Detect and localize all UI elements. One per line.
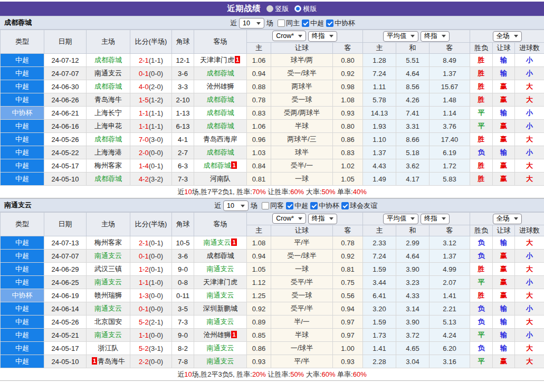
team-name-link[interactable]: 上海申花: [94, 122, 122, 130]
team-name-link[interactable]: 成都蓉城: [94, 56, 122, 64]
team-name-link[interactable]: 青岛西海岸: [203, 135, 237, 143]
layout-radio-vertical[interactable]: 竖版: [266, 4, 289, 14]
full-time-score[interactable]: 1-5: [139, 96, 149, 104]
average-select[interactable]: 平均值: [383, 31, 419, 42]
team-name-link[interactable]: 成都蓉城: [207, 148, 234, 156]
filter-checkbox[interactable]: 球会友谊: [341, 201, 377, 211]
team-name-link[interactable]: 南通支云: [94, 69, 122, 77]
final-odds-select-2[interactable]: 终指: [421, 214, 450, 224]
away-team-cell: 沧州雄狮1: [194, 329, 247, 342]
full-time-score[interactable]: 0-1: [139, 305, 149, 313]
team-name-link[interactable]: 沧州雄狮: [207, 82, 234, 90]
team-name-link[interactable]: 梅州客家: [94, 161, 122, 169]
full-time-score[interactable]: 7-0: [139, 136, 149, 144]
checkbox-icon[interactable]: [341, 202, 349, 209]
team-name-link[interactable]: 上海海港: [94, 148, 122, 156]
team-name-link[interactable]: 浙江队: [98, 344, 119, 352]
full-time-score[interactable]: 5-2: [139, 345, 149, 352]
full-game-select[interactable]: 全场: [493, 214, 522, 224]
team-name-link[interactable]: 成都蓉城: [207, 109, 234, 117]
team-name-link[interactable]: 青岛海牛: [94, 95, 122, 103]
checkbox-label[interactable]: 同客: [270, 201, 284, 211]
checkbox-label[interactable]: 中协杯: [319, 201, 339, 211]
team-name-link[interactable]: 天津津门虎: [203, 278, 237, 286]
team-name-link[interactable]: 成都蓉城: [203, 161, 231, 169]
team-name-link[interactable]: 南通支云: [207, 291, 234, 299]
full-time-score[interactable]: 1-1: [139, 331, 149, 339]
checkbox-label[interactable]: 中协杯: [335, 18, 355, 28]
final-odds-select[interactable]: 终指: [308, 31, 337, 42]
full-time-score[interactable]: 1-1: [139, 279, 149, 286]
full-time-score[interactable]: 5-2: [139, 318, 149, 326]
filter-checkbox[interactable]: 中协杯: [326, 18, 355, 28]
team-name-link[interactable]: 青岛海牛: [98, 357, 125, 365]
checkbox-label[interactable]: 球会友谊: [350, 201, 377, 211]
full-time-score[interactable]: 4-2: [139, 175, 149, 183]
team-name-link[interactable]: 成都蓉城: [94, 135, 122, 143]
full-time-score[interactable]: 2-1: [139, 56, 149, 64]
match-count-select[interactable]: 10: [223, 200, 249, 211]
team-name-link[interactable]: 梅州客家: [94, 238, 122, 246]
full-time-score[interactable]: 0-1: [139, 70, 149, 78]
full-game-select[interactable]: 全场: [493, 31, 522, 42]
team-name-link[interactable]: 河南队: [210, 175, 231, 183]
full-time-score[interactable]: 2-0: [139, 149, 149, 157]
team-name-link[interactable]: 武汉三镇: [94, 265, 122, 273]
team-name-link[interactable]: 南通支云: [207, 357, 234, 365]
checkbox-label[interactable]: 中超: [294, 201, 308, 211]
checkbox-icon[interactable]: [302, 20, 309, 27]
team-name-link[interactable]: 上海长宁: [94, 109, 122, 117]
team-name-link[interactable]: 天津津门虎: [200, 56, 234, 64]
team-name-link[interactable]: 成都蓉城: [94, 175, 122, 183]
team-name-link[interactable]: 南通支云: [207, 318, 234, 326]
team-name-link[interactable]: 南通支云: [207, 344, 234, 352]
team-name-link[interactable]: 成都蓉城: [207, 122, 234, 130]
full-time-score[interactable]: 4-0: [139, 83, 149, 91]
filter-checkbox[interactable]: 中协杯: [310, 201, 339, 211]
checkbox-icon[interactable]: [278, 20, 285, 27]
checkbox-icon[interactable]: [326, 20, 333, 27]
full-time-score[interactable]: 2-1: [139, 239, 149, 247]
filter-checkbox[interactable]: 同客: [262, 201, 284, 211]
team-name-link[interactable]: 南通支云: [203, 238, 231, 246]
team-name-link[interactable]: 南通支云: [94, 252, 122, 260]
checkbox-icon[interactable]: [310, 202, 318, 209]
radio-icon[interactable]: [266, 5, 273, 12]
full-time-score[interactable]: 1-1: [139, 122, 149, 130]
team-name-link[interactable]: 沧州雄狮: [203, 331, 231, 339]
filter-checkbox[interactable]: 同主: [278, 18, 300, 28]
checkbox-icon[interactable]: [262, 202, 269, 209]
checkbox-label[interactable]: 中超: [310, 18, 324, 28]
full-time-score[interactable]: 1-1: [139, 109, 149, 117]
full-time-score[interactable]: 2-2: [139, 358, 149, 366]
team-name-link[interactable]: 成都蓉城: [207, 252, 234, 260]
team-name-link[interactable]: 南通支云: [94, 304, 122, 312]
team-name-link[interactable]: 成都蓉城: [94, 82, 122, 90]
full-time-score[interactable]: 0-1: [139, 252, 149, 260]
radio-label[interactable]: 横版: [303, 4, 317, 14]
final-odds-select[interactable]: 终指: [308, 214, 337, 224]
average-select[interactable]: 平均值: [383, 214, 419, 224]
team-name-link[interactable]: 南通支云: [94, 331, 122, 339]
team-name-link[interactable]: 南通支云: [94, 278, 122, 286]
layout-radio-horizontal[interactable]: 横版: [294, 4, 317, 14]
team-name-link[interactable]: 赣州瑞狮: [94, 291, 122, 299]
radio-label[interactable]: 竖版: [275, 4, 289, 14]
full-time-score[interactable]: 1-3: [139, 292, 149, 300]
team-name-link[interactable]: 南通支云: [207, 265, 234, 273]
team-name-link[interactable]: 成都蓉城: [207, 69, 234, 77]
checkbox-icon[interactable]: [286, 202, 293, 209]
filter-checkbox[interactable]: 中超: [302, 18, 324, 28]
radio-selected-icon[interactable]: [294, 5, 301, 12]
full-time-score[interactable]: 1-4: [139, 162, 149, 170]
team-name-link[interactable]: 成都蓉城: [207, 95, 234, 103]
filter-checkbox[interactable]: 中超: [286, 201, 308, 211]
final-odds-select-2[interactable]: 终指: [421, 31, 450, 42]
team-name-link[interactable]: 北京国安: [94, 318, 122, 326]
match-count-select[interactable]: 10: [239, 18, 264, 28]
bookmaker-select[interactable]: Crow*: [272, 213, 306, 224]
checkbox-label[interactable]: 同主: [286, 18, 300, 28]
bookmaker-select[interactable]: Crow*: [272, 31, 306, 41]
full-time-score[interactable]: 1-2: [139, 265, 149, 273]
team-name-link[interactable]: 深圳新鹏城: [203, 304, 237, 312]
